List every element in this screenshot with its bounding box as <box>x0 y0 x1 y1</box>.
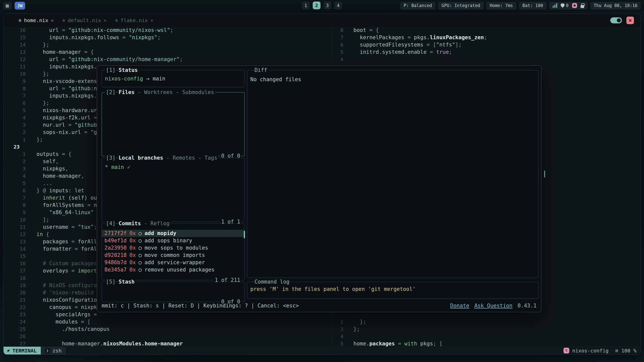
border-dash: ─ <box>115 154 119 162</box>
line-number: 15 <box>14 34 26 41</box>
panel-name: Commits <box>119 220 141 227</box>
commit-row[interactable]: 2a239500x○move sops to modules <box>102 244 244 252</box>
line-number: 2 <box>14 129 26 136</box>
lock-icon <box>581 5 584 8</box>
workspace-button-1[interactable]: 1 <box>302 2 310 9</box>
status-pill-1: GPU: Integrated <box>438 2 484 10</box>
lazygit-panel-commits[interactable]: [4]─Commits - Reflog 2717f2f0x○add mopid… <box>102 223 245 280</box>
lazygit-panel-branches[interactable]: [3]─Local branches - Remotes - Tags * ma… <box>102 158 245 222</box>
code-line: 6 supportedFilesystems = ["ntfs"]; <box>335 41 640 49</box>
commit-row[interactable]: 2717f2f0x○add mopidy <box>102 230 244 237</box>
workspace-button-2[interactable]: 2 <box>313 2 320 9</box>
commits-scrollbar-thumb[interactable] <box>244 231 245 238</box>
line-number: 6 <box>335 41 343 49</box>
commit-row[interactable]: 8e345a70x○remove unused packages <box>102 266 244 274</box>
border-dash: ─ <box>115 67 119 74</box>
panel-title-commits: [4]─Commits - Reflog <box>105 220 171 227</box>
code-line: 15 inputs.nixpkgs.follows = "nixpkgs"; <box>14 34 332 41</box>
line-number: 25 <box>14 326 26 333</box>
network-signal-icon <box>553 3 557 8</box>
panel-title-files: [2]─Files - Worktrees - Submodules <box>105 89 215 96</box>
commit-row[interactable]: 9486b7d0x○add service-wrapper <box>102 259 244 266</box>
line-number: 3 <box>14 165 26 172</box>
nix-icon: ❄ <box>19 18 21 23</box>
code-line: 2 }; <box>335 318 640 326</box>
screencast-icon <box>572 3 577 8</box>
window-close-button[interactable]: × <box>626 17 634 24</box>
line-number: 14 <box>14 41 26 49</box>
window-controls: × <box>610 17 636 24</box>
tab-label: default.nix <box>68 17 101 23</box>
line-number: 9 <box>14 78 26 85</box>
commit-row[interactable]: b49ef1d0x○add sops binary <box>102 237 244 244</box>
line-number: 23 <box>14 311 26 318</box>
tab-close-icon[interactable]: × <box>150 17 153 23</box>
tab-home.nix[interactable]: ❄home.nix× <box>19 17 54 23</box>
code-line: 26 <box>14 333 332 340</box>
repo-label: nixos-config <box>572 348 609 354</box>
logo-badge[interactable]: JW <box>15 2 25 10</box>
line-number: 5 <box>14 107 26 114</box>
tab-close-icon[interactable]: × <box>104 17 107 23</box>
panel-number: [4] <box>106 220 115 227</box>
commit-row[interactable]: d9202180x○move common imports <box>102 252 244 259</box>
tab-flake.nix[interactable]: ❄flake.nix× <box>115 17 153 23</box>
workspace-button-4[interactable]: 4 <box>334 2 342 9</box>
line-number: 11 <box>14 63 26 70</box>
line-number: 17 <box>14 267 26 275</box>
files-content <box>102 93 244 156</box>
branch-row[interactable]: * main ✓ <box>102 158 244 222</box>
line-number: 5 <box>335 340 343 347</box>
repo-name: nixos-config <box>105 76 143 82</box>
window-toggle[interactable] <box>610 17 622 23</box>
line-number: 7 <box>14 194 26 202</box>
code-line: 14 }; <box>14 41 332 49</box>
lazygit-bottom-bar: mmit: c | Stash: s | Reset: D | Keybindi… <box>102 302 537 309</box>
panel-number: [1] <box>106 67 115 74</box>
branch-line: → main <box>143 76 166 82</box>
panel-extra: - Worktrees - Submodules <box>135 89 214 96</box>
tab-default.nix[interactable]: ❄default.nix× <box>62 17 107 23</box>
commit-list: 2717f2f0x○add mopidyb49ef1d0x○add sops b… <box>102 224 244 280</box>
apps-grid-icon: ▦ <box>6 3 9 9</box>
workspace-switcher: 1234 <box>302 2 342 9</box>
panel-number: [2] <box>106 89 115 96</box>
mode-segment: ◤ TERMINAL <box>4 347 41 354</box>
right-pane-scrollbar-thumb[interactable] <box>544 170 545 177</box>
panel-name: Files <box>119 89 135 96</box>
line-number: 9 <box>14 209 26 216</box>
topbar-right: P: BalancedGPU: IntegratedHome: 7msBat: … <box>400 2 641 10</box>
line-number: 16 <box>14 260 26 267</box>
shield-indicator: 0 <box>561 3 569 8</box>
panel-name: Local branches <box>119 154 163 162</box>
line-number: 23 <box>14 143 26 151</box>
link-ask-question[interactable]: Ask Question <box>474 302 512 309</box>
lazygit-links: DonateAsk Question0.43.1 <box>450 302 537 309</box>
panel-name: Stash <box>119 278 135 286</box>
panel-extra: - Reflog <box>141 220 170 227</box>
lazygit-panel-files[interactable]: [2]─Files - Worktrees - Submodules 0 of … <box>102 92 245 156</box>
panel-name: Status <box>119 67 138 74</box>
shield-icon <box>561 3 565 8</box>
lazygit-panel-command-log[interactable]: ─Command log press 'M' in the files pane… <box>247 282 539 299</box>
tab-label: home.nix <box>24 17 48 23</box>
link-donate[interactable]: Donate <box>450 302 469 309</box>
tab-close-icon[interactable]: × <box>51 17 54 23</box>
line-number: 7 <box>14 92 26 100</box>
shield-count: 0 <box>566 3 569 8</box>
line-number: 5 <box>14 180 26 187</box>
status-pill-3: Bat: 100 <box>519 2 547 10</box>
line-number: 10 <box>14 70 26 78</box>
lazygit-panel-diff[interactable]: ─Diff No changed files <box>247 70 539 278</box>
lazygit-panel-status[interactable]: [1]─Status nixos-config → main <box>102 70 245 87</box>
tabbar-tabs: ❄home.nix×❄default.nix×❄flake.nix× <box>19 17 153 23</box>
lazygit-panel-stash[interactable]: [5]─Stash 0 of 0 <box>102 282 245 302</box>
code-line: 4 <box>335 333 640 340</box>
panel-title-status: [1]─Status <box>105 67 139 74</box>
apps-grid-button[interactable]: ▦ <box>3 2 12 10</box>
workspace-button-3[interactable]: 3 <box>324 2 331 9</box>
command-log-content: press 'M' in the files panel to open 'gi… <box>247 282 538 298</box>
line-number: 15 <box>14 253 26 260</box>
line-number: 13 <box>14 49 26 56</box>
tab-label: flake.nix <box>120 17 148 23</box>
